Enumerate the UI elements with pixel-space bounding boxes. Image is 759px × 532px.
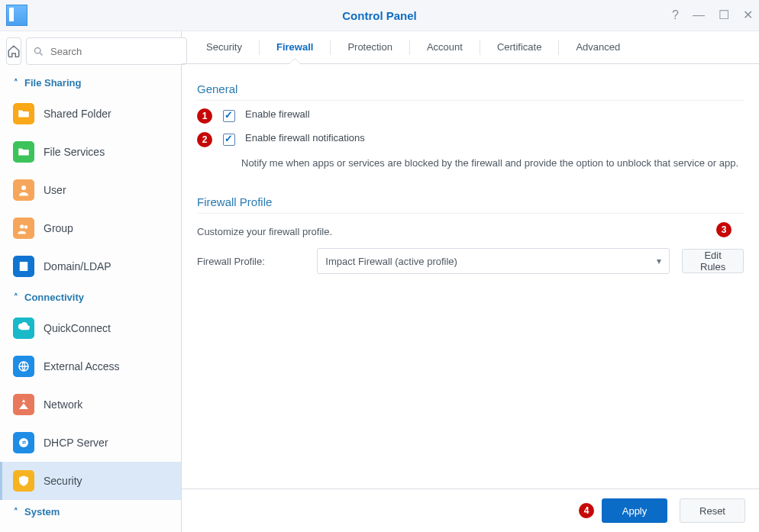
sidebar: ˄File SharingShared FolderFile ServicesU… bbox=[0, 31, 182, 532]
domain-ldap-icon bbox=[13, 256, 34, 277]
edit-rules-button[interactable]: Edit Rules bbox=[682, 249, 744, 273]
sidebar-section-label: File Sharing bbox=[24, 77, 81, 89]
user-icon bbox=[13, 179, 34, 201]
tab-security[interactable]: Security bbox=[189, 31, 259, 63]
sidebar-item-label: Domain/LDAP bbox=[44, 260, 111, 272]
close-icon[interactable]: ✕ bbox=[743, 9, 753, 21]
tab-bar: SecurityFirewallProtectionAccountCertifi… bbox=[182, 31, 759, 64]
chevron-up-icon: ˄ bbox=[14, 507, 18, 517]
tab-advanced[interactable]: Advanced bbox=[559, 31, 637, 63]
group-icon bbox=[13, 218, 34, 239]
sidebar-item-label: QuickConnect bbox=[44, 322, 111, 334]
sidebar-item-label: Network bbox=[44, 398, 82, 411]
svg-point-2 bbox=[21, 185, 26, 190]
search-field[interactable] bbox=[26, 37, 187, 65]
reset-button[interactable]: Reset bbox=[680, 498, 745, 523]
sidebar-item-label: User bbox=[44, 184, 66, 196]
tab-account[interactable]: Account bbox=[410, 31, 480, 63]
tab-certificate[interactable]: Certificate bbox=[480, 31, 559, 63]
enable-notifications-checkbox[interactable] bbox=[223, 134, 235, 146]
sidebar-item-dhcp-server[interactable]: ⇄DHCP Server bbox=[0, 424, 181, 462]
chevron-up-icon: ˄ bbox=[14, 292, 18, 302]
enable-notifications-label: Enable firewall notifications bbox=[245, 132, 365, 143]
sidebar-item-shared-folder[interactable]: Shared Folder bbox=[0, 95, 181, 133]
sidebar-item-label: External Access bbox=[44, 360, 120, 372]
sidebar-section-label: Connectivity bbox=[24, 292, 84, 303]
main-panel: SecurityFirewallProtectionAccountCertifi… bbox=[182, 31, 759, 532]
sidebar-section-label: System bbox=[24, 506, 60, 517]
sidebar-item-label: Group bbox=[44, 222, 73, 234]
search-icon bbox=[33, 46, 44, 57]
tab-protection[interactable]: Protection bbox=[331, 31, 409, 63]
sidebar-item-external-access[interactable]: External Access bbox=[0, 347, 181, 385]
sidebar-item-label: Security bbox=[44, 475, 82, 487]
quickconnect-icon bbox=[13, 318, 34, 339]
sidebar-item-domain-ldap[interactable]: Domain/LDAP bbox=[0, 247, 181, 285]
external-access-icon bbox=[13, 356, 34, 377]
network-icon bbox=[13, 394, 34, 415]
sidebar-section-connectivity[interactable]: ˄Connectivity bbox=[0, 285, 181, 309]
svg-line-1 bbox=[40, 53, 42, 55]
svg-point-3 bbox=[20, 224, 24, 228]
svg-text:⇄: ⇄ bbox=[22, 440, 26, 445]
profile-select[interactable]: Impact Firewall (active profile) bbox=[317, 248, 670, 274]
shared-folder-icon bbox=[13, 103, 34, 124]
profile-select-value: Impact Firewall (active profile) bbox=[325, 256, 457, 267]
svg-point-4 bbox=[24, 225, 28, 229]
enable-firewall-checkbox[interactable] bbox=[223, 110, 235, 122]
annotation-badge-3: 3 bbox=[716, 222, 732, 237]
annotation-badge-2: 2 bbox=[197, 132, 212, 147]
sidebar-item-info-center[interactable]: iInfo Center bbox=[0, 524, 181, 532]
sidebar-item-network[interactable]: Network bbox=[0, 385, 181, 424]
svg-point-0 bbox=[35, 47, 41, 53]
home-button[interactable] bbox=[6, 37, 21, 65]
section-heading-general: General bbox=[197, 82, 744, 101]
dhcp-server-icon: ⇄ bbox=[13, 432, 34, 453]
profile-blurb: Customize your firewall profile. bbox=[197, 224, 716, 240]
tab-firewall[interactable]: Firewall bbox=[260, 31, 330, 63]
minimize-icon[interactable]: — bbox=[693, 9, 705, 21]
help-icon[interactable]: ? bbox=[672, 9, 679, 21]
panel-body: General 1 Enable firewall 2 Enable firew… bbox=[182, 64, 759, 488]
sidebar-item-quickconnect[interactable]: QuickConnect bbox=[0, 309, 181, 347]
window-title: Control Panel bbox=[0, 9, 759, 22]
sidebar-item-user[interactable]: User bbox=[0, 171, 181, 209]
section-heading-profile: Firewall Profile bbox=[197, 195, 744, 214]
sidebar-item-label: Shared Folder bbox=[44, 108, 111, 120]
enable-notifications-description: Notify me when apps or services are bloc… bbox=[241, 156, 744, 171]
svg-rect-5 bbox=[20, 262, 28, 271]
enable-firewall-label: Enable firewall bbox=[245, 108, 310, 120]
sidebar-item-label: DHCP Server bbox=[44, 437, 108, 449]
sidebar-item-label: File Services bbox=[44, 146, 105, 158]
security-icon bbox=[13, 470, 34, 492]
maximize-icon[interactable]: ☐ bbox=[719, 9, 729, 21]
sidebar-section-file-sharing[interactable]: ˄File Sharing bbox=[0, 71, 181, 95]
sidebar-item-file-services[interactable]: File Services bbox=[0, 133, 181, 171]
profile-field-label: Firewall Profile: bbox=[197, 256, 305, 267]
sidebar-nav: ˄File SharingShared FolderFile ServicesU… bbox=[0, 71, 181, 532]
sidebar-item-security[interactable]: Security bbox=[0, 462, 181, 500]
file-services-icon bbox=[13, 141, 34, 163]
annotation-badge-1: 1 bbox=[197, 108, 212, 124]
chevron-up-icon: ˄ bbox=[14, 78, 18, 88]
apply-button[interactable]: Apply bbox=[602, 498, 667, 523]
search-input[interactable] bbox=[49, 45, 180, 58]
sidebar-section-system[interactable]: ˄System bbox=[0, 500, 181, 524]
footer: 4 Apply Reset bbox=[182, 488, 759, 532]
annotation-badge-4: 4 bbox=[579, 503, 594, 518]
sidebar-item-group[interactable]: Group bbox=[0, 209, 181, 247]
